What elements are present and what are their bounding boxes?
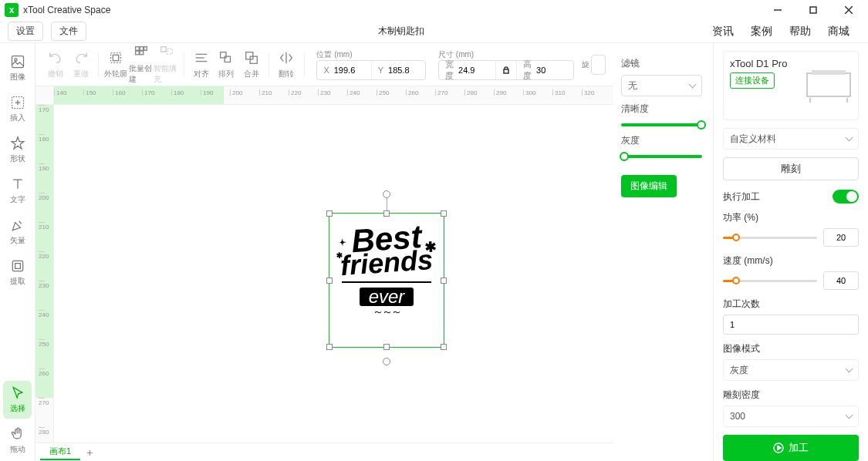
process-button[interactable]: 加工 bbox=[723, 435, 859, 461]
image-icon bbox=[10, 54, 25, 69]
gray-slider[interactable] bbox=[621, 155, 702, 158]
resize-handle-se[interactable] bbox=[441, 344, 447, 350]
svg-rect-20 bbox=[221, 52, 226, 58]
tool-insert[interactable]: 插入 bbox=[3, 90, 32, 128]
density-select[interactable]: 300 bbox=[723, 405, 859, 427]
image-mode-select[interactable]: 灰度 bbox=[723, 359, 859, 381]
tool-image[interactable]: 图像 bbox=[3, 49, 32, 87]
undo-button[interactable]: 撤销 bbox=[43, 49, 69, 79]
svg-rect-4 bbox=[12, 56, 23, 68]
file-button[interactable]: 文件 bbox=[51, 22, 86, 41]
svg-rect-26 bbox=[812, 70, 846, 75]
redo-button[interactable]: 重做 bbox=[69, 49, 94, 79]
machine-icon bbox=[804, 66, 853, 104]
speed-input[interactable] bbox=[823, 271, 859, 290]
lock-icon[interactable] bbox=[502, 66, 510, 74]
connect-device-button[interactable]: 连接设备 bbox=[730, 72, 775, 89]
tool-text[interactable]: 文字 bbox=[3, 172, 32, 210]
x-input[interactable] bbox=[334, 66, 365, 75]
ruler-horizontal: 1401501601701801902002102202302402502602… bbox=[54, 86, 613, 105]
power-slider[interactable] bbox=[723, 237, 817, 239]
filter-select[interactable]: 无 bbox=[621, 75, 702, 96]
top-toolbar: 撤销 重做 外轮廓 批量创建 智能填充 对齐 排列 合并 翻转 位置 (mm) … bbox=[35, 43, 613, 86]
position-inputs: X Y bbox=[316, 60, 426, 80]
svg-rect-16 bbox=[167, 49, 171, 53]
material-select[interactable]: 自定义材料 bbox=[723, 128, 859, 150]
gray-label: 灰度 bbox=[621, 134, 702, 147]
chevron-down-icon bbox=[846, 411, 852, 422]
tool-select[interactable]: 选择 bbox=[3, 381, 32, 419]
density-label: 雕刻密度 bbox=[723, 389, 859, 402]
resize-handle-s[interactable] bbox=[383, 344, 390, 350]
speed-label: 速度 (mm/s) bbox=[723, 254, 859, 268]
filter-panel: 滤镜 无 清晰度 灰度 图像编辑 bbox=[613, 43, 714, 461]
size-label: 尺寸 (mm) bbox=[438, 49, 569, 60]
resize-handle-n[interactable] bbox=[383, 210, 390, 217]
canvas[interactable]: Best friends ever bbox=[54, 105, 613, 424]
tool-drag[interactable]: 拖动 bbox=[3, 422, 32, 459]
smartfill-button[interactable]: 智能填充 bbox=[154, 44, 179, 85]
nav-cases[interactable]: 案例 bbox=[751, 25, 772, 39]
menubar: 设置 文件 木制钥匙扣 资讯 案例 帮助 商城 bbox=[0, 20, 868, 43]
svg-rect-8 bbox=[111, 53, 121, 63]
svg-rect-13 bbox=[136, 51, 140, 55]
flip-button[interactable]: 翻转 bbox=[274, 49, 299, 79]
speed-slider[interactable] bbox=[723, 280, 817, 282]
filter-label: 滤镜 bbox=[621, 57, 702, 70]
canvas-tab-1[interactable]: 画布1 bbox=[40, 444, 80, 460]
svg-rect-15 bbox=[160, 47, 165, 52]
redo-icon bbox=[73, 49, 90, 66]
resize-handle-sw[interactable] bbox=[326, 344, 333, 350]
svg-rect-21 bbox=[225, 56, 231, 62]
nav-store[interactable]: 商城 bbox=[828, 25, 849, 39]
outline-button[interactable]: 外轮廓 bbox=[103, 49, 129, 79]
bottom-handle[interactable] bbox=[383, 358, 390, 365]
extract-icon bbox=[10, 258, 25, 274]
resize-handle-w[interactable] bbox=[326, 278, 333, 284]
device-card: xTool D1 Pro 连接设备 bbox=[723, 51, 859, 120]
rotate-handle[interactable] bbox=[383, 190, 390, 198]
add-canvas-button[interactable]: + bbox=[80, 446, 99, 459]
align-icon bbox=[193, 49, 210, 66]
chevron-down-icon bbox=[846, 365, 852, 375]
sharpness-slider[interactable] bbox=[621, 123, 702, 126]
window-maximize-button[interactable] bbox=[795, 0, 831, 20]
resize-handle-nw[interactable] bbox=[326, 210, 333, 217]
mode-button[interactable]: 雕刻 bbox=[723, 157, 859, 180]
nav-help[interactable]: 帮助 bbox=[789, 25, 811, 39]
smartfill-icon bbox=[158, 44, 175, 61]
resize-handle-ne[interactable] bbox=[441, 210, 447, 217]
align-button[interactable]: 对齐 bbox=[189, 49, 214, 79]
tool-shape[interactable]: 形状 bbox=[3, 131, 32, 169]
svg-rect-7 bbox=[12, 261, 22, 271]
tool-extract[interactable]: 提取 bbox=[3, 254, 32, 291]
execute-label: 执行加工 bbox=[723, 190, 760, 204]
nav-news[interactable]: 资讯 bbox=[712, 25, 734, 39]
width-input[interactable] bbox=[458, 66, 489, 75]
window-minimize-button[interactable] bbox=[760, 0, 795, 20]
execute-toggle[interactable] bbox=[833, 190, 859, 204]
power-input[interactable] bbox=[823, 228, 859, 247]
batch-button[interactable]: 批量创建 bbox=[129, 44, 154, 85]
tool-vector[interactable]: 矢量 bbox=[3, 213, 32, 251]
grid-icon bbox=[133, 44, 150, 61]
window-close-button[interactable] bbox=[831, 0, 866, 20]
rotation-input[interactable] bbox=[591, 55, 606, 75]
svg-rect-24 bbox=[504, 69, 508, 73]
combine-button[interactable]: 合并 bbox=[239, 49, 265, 79]
y-input[interactable] bbox=[388, 66, 419, 75]
svg-rect-12 bbox=[144, 47, 147, 51]
settings-button[interactable]: 设置 bbox=[8, 22, 43, 41]
arrange-button[interactable]: 排列 bbox=[214, 49, 239, 79]
pass-input[interactable] bbox=[723, 315, 859, 335]
selection-box[interactable]: Best friends ever bbox=[329, 213, 444, 348]
text-icon bbox=[10, 177, 25, 192]
image-edit-button[interactable]: 图像编辑 bbox=[621, 175, 677, 197]
sharpness-label: 清晰度 bbox=[621, 103, 702, 116]
ruler-vertical: 170180190200210220230240250260270280 bbox=[35, 105, 54, 442]
height-input[interactable] bbox=[536, 66, 567, 75]
svg-rect-10 bbox=[136, 47, 140, 51]
svg-rect-25 bbox=[807, 73, 850, 96]
resize-handle-e[interactable] bbox=[441, 278, 447, 284]
rotation-label: 旋 bbox=[582, 59, 589, 70]
